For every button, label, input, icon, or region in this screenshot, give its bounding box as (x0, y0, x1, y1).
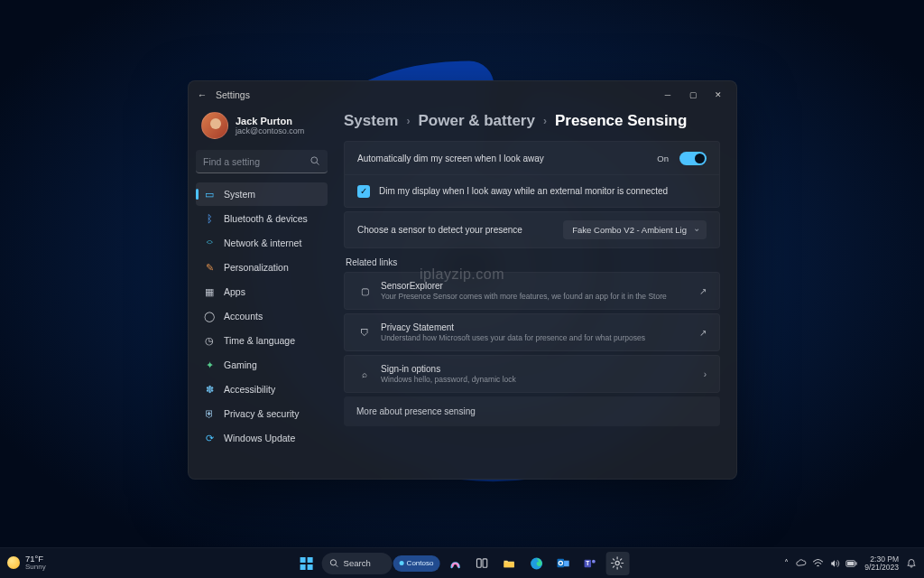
dim-external-checkbox[interactable]: ✓ (357, 185, 370, 198)
system-tray[interactable] (796, 557, 857, 569)
task-view-icon[interactable] (470, 552, 494, 575)
dim-external-row[interactable]: ✓ Dim my display when I look away while … (345, 174, 719, 207)
svg-point-18 (592, 560, 596, 564)
link-title: Sign-in options (381, 364, 516, 374)
minimize-button[interactable]: ─ (655, 81, 680, 108)
user-email: jack@contoso.com (236, 126, 304, 135)
person-icon: ◯ (203, 310, 216, 322)
privacy-statement-card[interactable]: ⛉ Privacy Statement Understand how Micro… (344, 313, 720, 351)
svg-rect-21 (856, 562, 857, 564)
auto-dim-row[interactable]: Automatically dim my screen when I look … (345, 142, 719, 174)
svg-rect-6 (308, 564, 313, 570)
gaming-icon: ✦ (203, 359, 216, 371)
chevron-right-icon: › (406, 115, 410, 127)
sun-icon (7, 556, 20, 569)
outlook-icon[interactable] (551, 552, 575, 575)
wifi-icon (812, 557, 824, 569)
sensor-explorer-card[interactable]: ▢ SensorExplorer Your Presence Sensor co… (344, 272, 720, 310)
settings-taskbar-icon[interactable] (605, 552, 629, 575)
battery-icon (845, 559, 857, 568)
close-button[interactable]: ✕ (706, 81, 731, 108)
breadcrumb-power[interactable]: Power & battery (418, 112, 534, 130)
svg-line-2 (317, 163, 319, 165)
svg-rect-10 (483, 559, 487, 567)
signin-options-card[interactable]: ⌕ Sign-in options Windows hello, passwor… (344, 355, 720, 393)
user-profile[interactable]: Jack Purton jack@contoso.com (196, 108, 328, 148)
sidebar-item-label: Privacy & security (224, 408, 299, 419)
svg-rect-9 (477, 559, 482, 567)
sidebar-item-system[interactable]: ▭System (196, 182, 328, 206)
sidebar-item-bluetooth[interactable]: ᛒBluetooth & devices (196, 207, 328, 230)
sidebar-item-personalization[interactable]: ✎Personalization (196, 256, 328, 279)
link-sub: Understand how Microsoft uses your data … (381, 333, 645, 342)
sidebar-item-gaming[interactable]: ✦Gaming (196, 353, 328, 377)
start-button[interactable] (295, 552, 319, 575)
auto-dim-toggle[interactable] (679, 152, 707, 165)
sidebar-item-label: Accessibility (224, 384, 275, 395)
explorer-icon[interactable] (497, 552, 521, 575)
user-name: Jack Purton (236, 116, 304, 126)
teams-icon[interactable]: T (578, 552, 602, 575)
related-links-header: Related links (346, 257, 718, 267)
sidebar-item-time[interactable]: ◷Time & language (196, 329, 328, 352)
wifi-icon: ⌔ (203, 237, 216, 249)
taskbar-clock[interactable]: 2:30 PM 9/21/2023 (864, 555, 899, 572)
sidebar-item-privacy[interactable]: ⛨Privacy & security (196, 402, 328, 425)
link-title: Privacy Statement (381, 322, 645, 332)
sidebar-item-update[interactable]: ⟳Windows Update (196, 426, 328, 450)
sidebar-item-accounts[interactable]: ◯Accounts (196, 304, 328, 328)
maximize-button[interactable]: ▢ (680, 81, 706, 108)
shield-icon: ⛨ (203, 407, 216, 420)
back-button[interactable]: ← (194, 89, 210, 100)
accessibility-icon: ✽ (203, 383, 216, 396)
breadcrumb-current: Presence Sensing (555, 112, 687, 130)
open-external-icon: ↗ (699, 328, 707, 338)
search-input[interactable] (196, 150, 328, 173)
clock-date: 9/21/2023 (864, 564, 899, 572)
taskbar-search[interactable]: Search (322, 553, 393, 574)
notifications-icon[interactable] (906, 558, 917, 569)
dot-icon (400, 561, 404, 565)
window-title: Settings (216, 89, 250, 100)
auto-dim-label: Automatically dim my screen when I look … (357, 154, 544, 163)
toggle-state-label: On (657, 154, 669, 163)
sidebar-item-label: Network & internet (224, 238, 301, 248)
taskbar-center: Search Contoso T (295, 552, 630, 575)
link-sub: Your Presence Sensor comes with more fea… (381, 292, 667, 301)
display-icon: ▭ (203, 188, 216, 200)
sensor-dropdown[interactable]: Fake Combo V2 - Ambient Lig (563, 220, 707, 239)
taskbar-right: ˄ 2:30 PM 9/21/2023 (784, 555, 917, 572)
sidebar-item-label: Accounts (224, 311, 263, 322)
brush-icon: ✎ (203, 261, 216, 274)
sidebar-item-apps[interactable]: ▦Apps (196, 280, 328, 303)
search-box[interactable] (196, 150, 328, 173)
key-icon: ⌕ (357, 369, 372, 379)
sidebar-item-network[interactable]: ⌔Network & internet (196, 231, 328, 255)
sidebar-item-label: Time & language (224, 335, 295, 346)
clock-icon: ◷ (203, 334, 216, 347)
sensor-label: Choose a sensor to detect your presence (357, 225, 522, 235)
taskbar-search-pill[interactable]: Contoso (393, 555, 440, 572)
tray-chevron-icon[interactable]: ˄ (784, 558, 789, 568)
svg-rect-5 (300, 564, 306, 570)
chevron-right-icon: › (543, 115, 547, 127)
svg-text:T: T (587, 560, 590, 566)
edge-icon[interactable] (524, 552, 548, 575)
sensor-row: Choose a sensor to detect your presence … (345, 212, 719, 247)
update-icon: ⟳ (203, 432, 216, 444)
search-icon (310, 155, 320, 166)
sidebar-item-label: Apps (224, 286, 245, 297)
taskbar-weather[interactable]: 71°F Sunny (7, 555, 46, 571)
link-sub: Windows hello, password, dynamic lock (381, 375, 516, 384)
avatar (201, 112, 228, 139)
sidebar-item-label: System (224, 189, 255, 200)
sidebar-item-accessibility[interactable]: ✽Accessibility (196, 378, 328, 401)
sidebar-item-label: Windows Update (224, 433, 295, 443)
sensor-card: Choose a sensor to detect your presence … (344, 211, 720, 248)
sidebar-item-label: Gaming (224, 359, 257, 370)
svg-rect-3 (300, 557, 306, 563)
copilot-icon[interactable] (443, 552, 467, 575)
more-about-card[interactable]: More about presence sensing (344, 396, 720, 426)
breadcrumb-system[interactable]: System (344, 112, 398, 130)
apps-icon: ▦ (203, 285, 216, 298)
